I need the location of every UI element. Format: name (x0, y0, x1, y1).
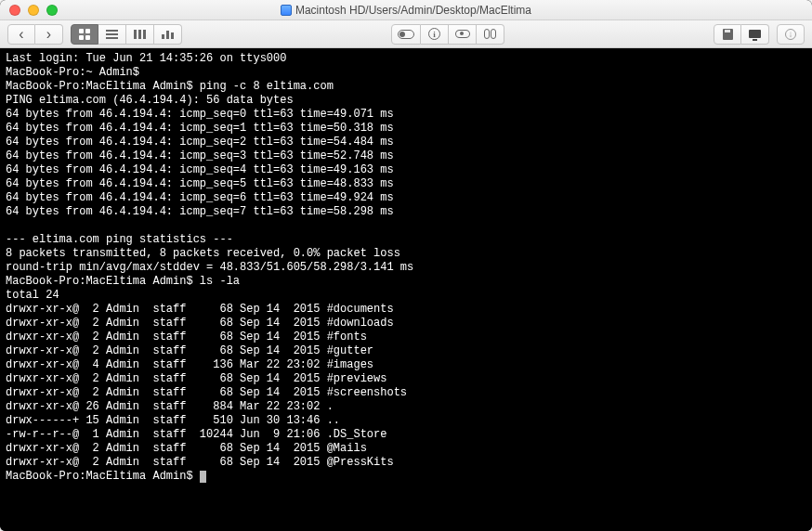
ls-row: drwxr-xr-x@ 2 Admin staff 68 Sep 14 2015… (6, 303, 394, 316)
ping-line: 64 bytes from 46.4.194.4: icmp_seq=3 ttl… (6, 149, 394, 162)
ls-row: drwxr-xr-x@ 2 Admin staff 68 Sep 14 2015… (6, 330, 367, 343)
bars-icon (162, 29, 174, 39)
zoom-button[interactable] (46, 5, 58, 16)
view-group (71, 24, 182, 45)
nav-group (7, 24, 63, 45)
ping-line: 64 bytes from 46.4.194.4: icmp_seq=7 ttl… (6, 205, 394, 218)
center-tools: i (391, 24, 504, 45)
back-button[interactable] (7, 24, 35, 45)
ping-line: 64 bytes from 46.4.194.4: icmp_seq=4 ttl… (6, 163, 394, 176)
line-ping-header: PING eltima.com (46.4.194.4): 56 data by… (6, 94, 294, 107)
ping-line: 64 bytes from 46.4.194.4: icmp_seq=2 ttl… (6, 136, 394, 149)
binoculars-button[interactable] (477, 24, 504, 45)
close-button[interactable] (9, 5, 20, 16)
binoculars-icon (484, 29, 496, 39)
list-icon (106, 30, 118, 39)
chevron-right-icon (46, 27, 51, 42)
eye-icon (455, 30, 470, 38)
line-last-login: Last login: Tue Jun 21 14:35:26 on ttys0… (6, 52, 286, 65)
ls-row: drwxr-xr-x@ 2 Admin staff 68 Sep 14 2015… (6, 372, 386, 385)
ls-row: drwxr-xr-x@ 4 Admin staff 136 Mar 22 23:… (6, 358, 373, 371)
info-button[interactable]: i (421, 24, 449, 45)
right-tools-a (714, 24, 769, 45)
terminal-cursor (200, 471, 206, 483)
quicklook-button[interactable] (449, 24, 477, 45)
ls-row: -rw-r--r--@ 1 Admin staff 10244 Jun 9 21… (6, 428, 386, 441)
cmd-ls: ls -la (200, 275, 240, 288)
toggle-button[interactable] (391, 24, 421, 45)
monitor-icon (749, 30, 761, 38)
right-tools-b: ↓ (777, 24, 805, 45)
ls-row: drwx------+ 15 Admin staff 510 Jun 30 13… (6, 414, 340, 427)
ls-row: drwxr-xr-x@ 2 Admin staff 68 Sep 14 2015… (6, 442, 367, 455)
column-view-button[interactable] (126, 24, 154, 45)
ping-stats-line: 8 packets transmitted, 8 packets receive… (6, 247, 400, 260)
line-prompt: MacBook-Pro:MacEltima Admin$ (6, 275, 193, 288)
grid-icon (79, 29, 90, 40)
window-title-text: Macintosh HD/Users/Admin/Desktop/MacElti… (295, 4, 531, 17)
window-titlebar: Macintosh HD/Users/Admin/Desktop/MacElti… (0, 0, 812, 20)
info-icon: i (428, 28, 440, 40)
display-button[interactable] (741, 24, 769, 45)
ls-row: drwxr-xr-x@ 2 Admin staff 68 Sep 14 2015… (6, 386, 407, 399)
terminal-output[interactable]: Last login: Tue Jun 21 14:35:26 on ttys0… (0, 48, 812, 531)
app-window: Macintosh HD/Users/Admin/Desktop/MacElti… (0, 0, 812, 531)
chevron-left-icon (19, 27, 23, 42)
coverflow-view-button[interactable] (154, 24, 182, 45)
ping-stats-line: round-trip min/avg/max/stddev = 48.833/5… (6, 261, 413, 274)
toolbar: i ↓ (0, 20, 812, 48)
ls-row: drwxr-xr-x@ 2 Admin staff 68 Sep 14 2015… (6, 456, 394, 469)
traffic-lights (0, 5, 58, 16)
columns-icon (134, 30, 146, 39)
ls-row: drwxr-xr-x@ 26 Admin staff 884 Mar 22 23… (6, 400, 334, 413)
ping-line: 64 bytes from 46.4.194.4: icmp_seq=6 ttl… (6, 191, 394, 204)
disk-icon (281, 5, 292, 16)
ls-total: total 24 (6, 289, 59, 302)
ping-line: 64 bytes from 46.4.194.4: icmp_seq=5 ttl… (6, 177, 394, 190)
list-view-button[interactable] (98, 24, 126, 45)
download-icon: ↓ (785, 29, 796, 40)
line-prompt: MacBook-Pro:MacEltima Admin$ (6, 470, 193, 483)
forward-button[interactable] (35, 24, 63, 45)
download-button[interactable]: ↓ (777, 24, 805, 45)
save-button[interactable] (714, 24, 741, 45)
ping-line: 64 bytes from 46.4.194.4: icmp_seq=0 ttl… (6, 108, 394, 121)
cmd-ping: ping -c 8 eltima.com (200, 80, 334, 93)
toggle-icon (398, 30, 414, 39)
ping-line: 64 bytes from 46.4.194.4: icmp_seq=1 ttl… (6, 122, 394, 135)
ls-row: drwxr-xr-x@ 2 Admin staff 68 Sep 14 2015… (6, 317, 394, 330)
minimize-button[interactable] (28, 5, 39, 16)
line-prompt-home: MacBook-Pro:~ Admin$ (6, 66, 139, 79)
window-title: Macintosh HD/Users/Admin/Desktop/MacElti… (0, 4, 812, 17)
floppy-icon (723, 29, 733, 40)
ping-stats-header: --- eltima.com ping statistics --- (6, 233, 233, 246)
icon-view-button[interactable] (71, 24, 98, 45)
ls-row: drwxr-xr-x@ 2 Admin staff 68 Sep 14 2015… (6, 344, 373, 357)
line-prompt: MacBook-Pro:MacEltima Admin$ (6, 80, 193, 93)
